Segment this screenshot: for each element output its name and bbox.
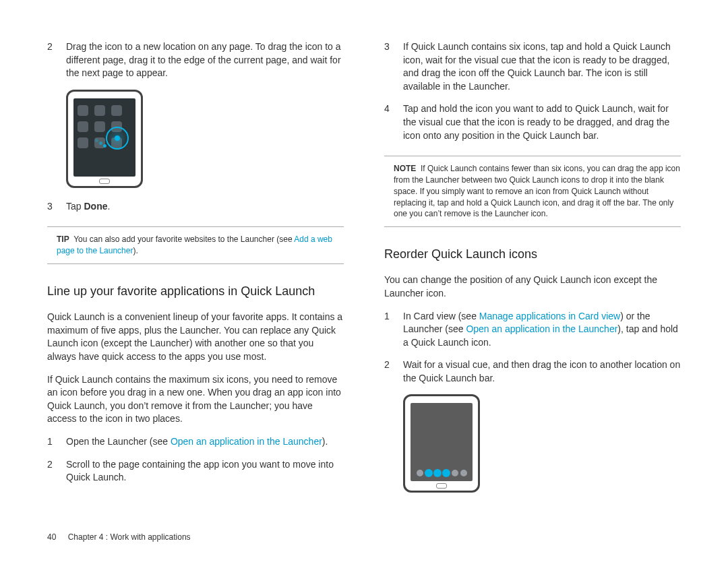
step-number: 3: [384, 40, 403, 93]
step-number: 2: [384, 358, 403, 385]
left-column: 2 Drag the icon to a new location on any…: [47, 40, 344, 501]
step-text: Tap Done.: [66, 200, 344, 214]
page-footer: 40 Chapter 4 : Work with applications: [47, 532, 191, 543]
page-number: 40: [47, 532, 56, 542]
step-number: 2: [47, 458, 66, 485]
link-card-view[interactable]: Manage applications in Card view: [479, 311, 620, 321]
step-number: 1: [47, 435, 66, 449]
step-text: Drag the icon to a new location on any p…: [66, 40, 344, 80]
step-4: 4 Tap and hold the icon you want to add …: [384, 102, 681, 142]
step-text: In Card view (see Manage applications in…: [403, 310, 681, 350]
step-2: 2 Drag the icon to a new location on any…: [47, 40, 344, 80]
step-text: Open the Launcher (see Open an applicati…: [66, 435, 344, 449]
tip-callout: TIP You can also add your favorite websi…: [47, 226, 344, 264]
step-3b: 3 If Quick Launch contains six icons, ta…: [384, 40, 681, 93]
step-number: 2: [47, 40, 66, 80]
tablet-drag-illustration: [66, 90, 143, 188]
link-open-launcher[interactable]: Open an application in the Launcher: [171, 436, 322, 447]
right-column: 3 If Quick Launch contains six icons, ta…: [384, 40, 681, 501]
step-number: 1: [384, 310, 403, 350]
step-text: If Quick Launch contains six icons, tap …: [403, 40, 681, 93]
heading-reorder-icons: Reorder Quick Launch icons: [384, 246, 681, 263]
step-text: Wait for a visual cue, and then drag the…: [403, 358, 681, 385]
step-text: Scroll to the page containing the app ic…: [66, 458, 344, 485]
paragraph: You can change the position of any Quick…: [384, 274, 681, 300]
quick-launch-dock: [413, 468, 470, 478]
heading-quick-launch-lineup: Line up your favorite applications in Qu…: [47, 283, 344, 300]
step-1: 1 Open the Launcher (see Open an applica…: [47, 435, 344, 449]
link-open-launcher-2[interactable]: Open an application in the Launcher: [466, 323, 617, 334]
paragraph: If Quick Launch contains the maximum six…: [47, 373, 344, 426]
touch-indicator-icon: [106, 127, 129, 150]
step-2b: 2 Scroll to the page containing the app …: [47, 458, 344, 485]
step-text: Tap and hold the icon you want to add to…: [403, 102, 681, 142]
note-label: NOTE: [394, 164, 416, 173]
reorder-step-2: 2 Wait for a visual cue, and then drag t…: [384, 358, 681, 385]
note-callout: NOTE If Quick Launch contains fewer than…: [384, 156, 681, 227]
step-3: 3 Tap Done.: [47, 200, 344, 214]
step-number: 3: [47, 200, 66, 214]
paragraph: Quick Launch is a convenient lineup of y…: [47, 311, 344, 363]
step-number: 4: [384, 102, 403, 142]
page-content: 2 Drag the icon to a new location on any…: [0, 0, 728, 501]
chapter-label: Chapter 4 : Work with applications: [68, 532, 191, 542]
tip-label: TIP: [57, 235, 69, 244]
reorder-step-1: 1 In Card view (see Manage applications …: [384, 310, 681, 350]
tablet-dock-illustration: [403, 394, 480, 493]
